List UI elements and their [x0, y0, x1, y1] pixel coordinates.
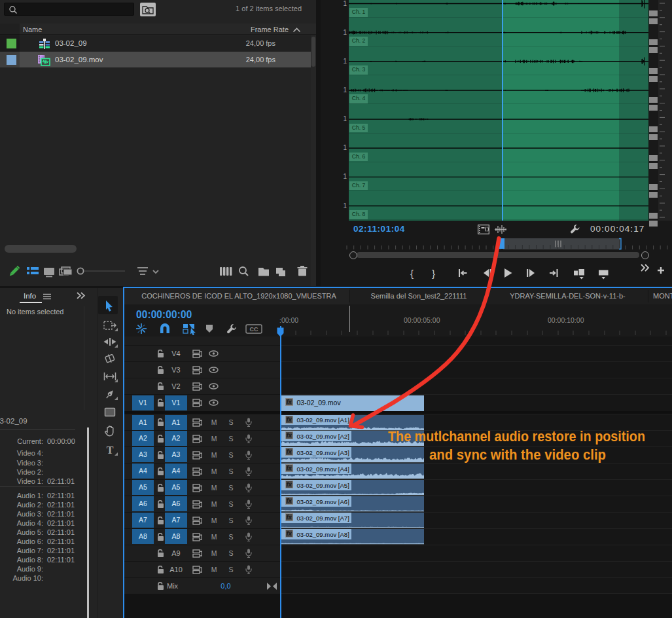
- svg-text:{: {: [410, 268, 414, 279]
- svg-text:}: }: [432, 268, 435, 279]
- svg-text:CC: CC: [250, 326, 258, 333]
- svg-text:T: T: [107, 445, 114, 455]
